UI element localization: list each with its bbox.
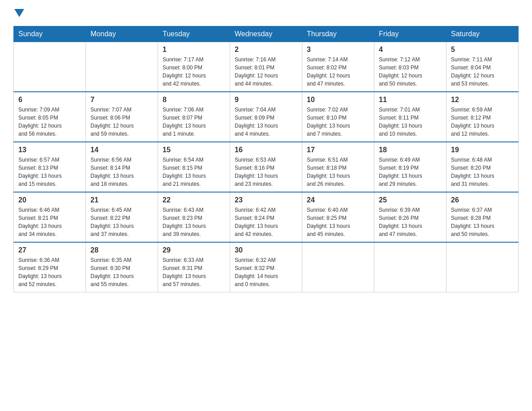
calendar-week-row: 13Sunrise: 6:57 AM Sunset: 8:13 PM Dayli… (14, 142, 519, 192)
calendar-cell (374, 242, 446, 292)
day-number: 17 (307, 146, 369, 154)
day-info: Sunrise: 6:59 AM Sunset: 8:12 PM Dayligh… (451, 106, 514, 138)
calendar-cell: 11Sunrise: 7:01 AM Sunset: 8:11 PM Dayli… (374, 92, 446, 142)
calendar-cell: 16Sunrise: 6:53 AM Sunset: 8:16 PM Dayli… (230, 142, 302, 192)
weekday-header-thursday: Thursday (302, 26, 374, 42)
day-info: Sunrise: 7:01 AM Sunset: 8:11 PM Dayligh… (379, 106, 442, 138)
day-number: 20 (18, 196, 81, 204)
day-info: Sunrise: 6:37 AM Sunset: 8:28 PM Dayligh… (451, 206, 514, 238)
day-number: 25 (379, 196, 442, 204)
weekday-header-saturday: Saturday (446, 26, 519, 42)
day-number: 16 (235, 146, 297, 154)
day-number: 14 (90, 146, 153, 154)
calendar-week-row: 20Sunrise: 6:46 AM Sunset: 8:21 PM Dayli… (14, 192, 519, 242)
day-info: Sunrise: 6:39 AM Sunset: 8:26 PM Dayligh… (379, 206, 442, 238)
calendar-cell: 7Sunrise: 7:07 AM Sunset: 8:06 PM Daylig… (86, 92, 158, 142)
day-number: 6 (18, 96, 81, 104)
calendar-cell (446, 242, 519, 292)
calendar-cell: 13Sunrise: 6:57 AM Sunset: 8:13 PM Dayli… (14, 142, 86, 192)
day-info: Sunrise: 7:14 AM Sunset: 8:02 PM Dayligh… (307, 56, 369, 88)
calendar-cell: 2Sunrise: 7:16 AM Sunset: 8:01 PM Daylig… (230, 42, 302, 92)
day-info: Sunrise: 6:49 AM Sunset: 8:19 PM Dayligh… (379, 156, 442, 188)
day-info: Sunrise: 6:48 AM Sunset: 8:20 PM Dayligh… (451, 156, 514, 188)
calendar-cell: 26Sunrise: 6:37 AM Sunset: 8:28 PM Dayli… (446, 192, 519, 242)
day-info: Sunrise: 7:17 AM Sunset: 8:00 PM Dayligh… (163, 56, 225, 88)
calendar-cell: 25Sunrise: 6:39 AM Sunset: 8:26 PM Dayli… (374, 192, 446, 242)
calendar-cell: 12Sunrise: 6:59 AM Sunset: 8:12 PM Dayli… (446, 92, 519, 142)
day-number: 9 (235, 96, 297, 104)
day-info: Sunrise: 6:53 AM Sunset: 8:16 PM Dayligh… (235, 156, 297, 188)
day-number: 5 (451, 46, 514, 54)
day-info: Sunrise: 6:42 AM Sunset: 8:24 PM Dayligh… (235, 206, 297, 238)
day-info: Sunrise: 6:35 AM Sunset: 8:30 PM Dayligh… (90, 256, 153, 288)
calendar-cell: 8Sunrise: 7:06 AM Sunset: 8:07 PM Daylig… (158, 92, 230, 142)
logo (13, 9, 24, 17)
calendar-cell: 14Sunrise: 6:56 AM Sunset: 8:14 PM Dayli… (86, 142, 158, 192)
day-number: 29 (163, 246, 225, 254)
day-number: 11 (379, 96, 442, 104)
day-info: Sunrise: 7:06 AM Sunset: 8:07 PM Dayligh… (163, 106, 225, 138)
calendar-cell: 30Sunrise: 6:32 AM Sunset: 8:32 PM Dayli… (230, 242, 302, 292)
day-number: 7 (90, 96, 153, 104)
calendar-cell: 24Sunrise: 6:40 AM Sunset: 8:25 PM Dayli… (302, 192, 374, 242)
calendar-cell: 5Sunrise: 7:11 AM Sunset: 8:04 PM Daylig… (446, 42, 519, 92)
day-number: 26 (451, 196, 514, 204)
day-info: Sunrise: 6:54 AM Sunset: 8:15 PM Dayligh… (163, 156, 225, 188)
day-number: 1 (163, 46, 225, 54)
calendar-cell: 22Sunrise: 6:43 AM Sunset: 8:23 PM Dayli… (158, 192, 230, 242)
calendar-cell: 10Sunrise: 7:02 AM Sunset: 8:10 PM Dayli… (302, 92, 374, 142)
calendar-cell: 21Sunrise: 6:45 AM Sunset: 8:22 PM Dayli… (86, 192, 158, 242)
day-number: 8 (163, 96, 225, 104)
day-number: 4 (379, 46, 442, 54)
day-number: 18 (379, 146, 442, 154)
day-number: 30 (235, 246, 297, 254)
day-info: Sunrise: 7:07 AM Sunset: 8:06 PM Dayligh… (90, 106, 153, 138)
day-info: Sunrise: 7:02 AM Sunset: 8:10 PM Dayligh… (307, 106, 369, 138)
day-info: Sunrise: 7:12 AM Sunset: 8:03 PM Dayligh… (379, 56, 442, 88)
calendar-cell (302, 242, 374, 292)
day-number: 24 (307, 196, 369, 204)
calendar-cell: 1Sunrise: 7:17 AM Sunset: 8:00 PM Daylig… (158, 42, 230, 92)
day-number: 15 (163, 146, 225, 154)
day-info: Sunrise: 7:16 AM Sunset: 8:01 PM Dayligh… (235, 56, 297, 88)
weekday-header-tuesday: Tuesday (158, 26, 230, 42)
weekday-header-friday: Friday (374, 26, 446, 42)
day-info: Sunrise: 6:43 AM Sunset: 8:23 PM Dayligh… (163, 206, 225, 238)
day-info: Sunrise: 6:36 AM Sunset: 8:29 PM Dayligh… (18, 256, 81, 288)
day-info: Sunrise: 7:09 AM Sunset: 8:05 PM Dayligh… (18, 106, 81, 138)
calendar-cell: 29Sunrise: 6:33 AM Sunset: 8:31 PM Dayli… (158, 242, 230, 292)
calendar-cell: 27Sunrise: 6:36 AM Sunset: 8:29 PM Dayli… (14, 242, 86, 292)
day-number: 19 (451, 146, 514, 154)
page-header (13, 9, 519, 17)
day-number: 12 (451, 96, 514, 104)
svg-marker-0 (14, 9, 24, 17)
calendar-week-row: 27Sunrise: 6:36 AM Sunset: 8:29 PM Dayli… (14, 242, 519, 292)
logo-triangle-icon (14, 9, 24, 19)
day-number: 28 (90, 246, 153, 254)
day-number: 21 (90, 196, 153, 204)
calendar-cell: 6Sunrise: 7:09 AM Sunset: 8:05 PM Daylig… (14, 92, 86, 142)
day-info: Sunrise: 6:57 AM Sunset: 8:13 PM Dayligh… (18, 156, 81, 188)
calendar-cell (14, 42, 86, 92)
day-info: Sunrise: 6:51 AM Sunset: 8:18 PM Dayligh… (307, 156, 369, 188)
calendar-cell: 23Sunrise: 6:42 AM Sunset: 8:24 PM Dayli… (230, 192, 302, 242)
calendar-cell: 3Sunrise: 7:14 AM Sunset: 8:02 PM Daylig… (302, 42, 374, 92)
day-number: 2 (235, 46, 297, 54)
calendar-cell: 9Sunrise: 7:04 AM Sunset: 8:09 PM Daylig… (230, 92, 302, 142)
calendar-cell (86, 42, 158, 92)
calendar-table: SundayMondayTuesdayWednesdayThursdayFrid… (13, 26, 519, 292)
weekday-header-wednesday: Wednesday (230, 26, 302, 42)
day-number: 13 (18, 146, 81, 154)
day-info: Sunrise: 6:46 AM Sunset: 8:21 PM Dayligh… (18, 206, 81, 238)
calendar-cell: 18Sunrise: 6:49 AM Sunset: 8:19 PM Dayli… (374, 142, 446, 192)
calendar-header-row: SundayMondayTuesdayWednesdayThursdayFrid… (14, 26, 519, 42)
calendar-cell: 20Sunrise: 6:46 AM Sunset: 8:21 PM Dayli… (14, 192, 86, 242)
day-info: Sunrise: 6:45 AM Sunset: 8:22 PM Dayligh… (90, 206, 153, 238)
calendar-cell: 19Sunrise: 6:48 AM Sunset: 8:20 PM Dayli… (446, 142, 519, 192)
day-info: Sunrise: 6:33 AM Sunset: 8:31 PM Dayligh… (163, 256, 225, 288)
calendar-cell: 28Sunrise: 6:35 AM Sunset: 8:30 PM Dayli… (86, 242, 158, 292)
day-number: 27 (18, 246, 81, 254)
day-info: Sunrise: 6:40 AM Sunset: 8:25 PM Dayligh… (307, 206, 369, 238)
day-number: 10 (307, 96, 369, 104)
day-info: Sunrise: 6:56 AM Sunset: 8:14 PM Dayligh… (90, 156, 153, 188)
